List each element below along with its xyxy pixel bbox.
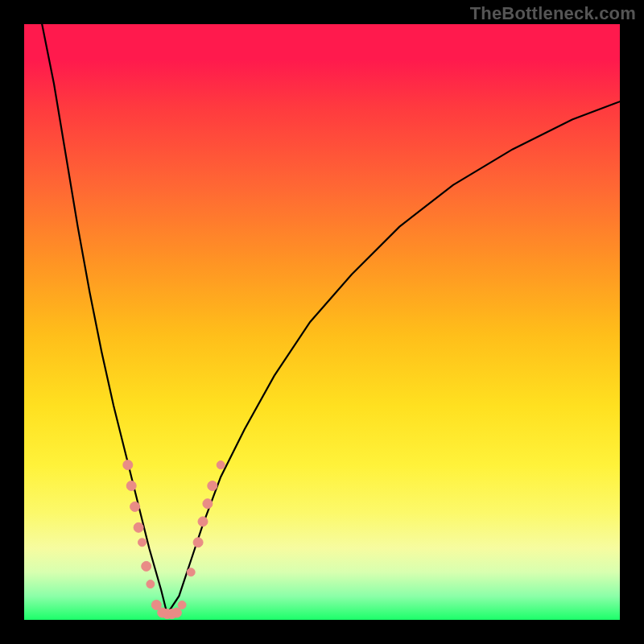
- right-curve: [167, 101, 620, 613]
- data-marker: [193, 538, 203, 547]
- data-marker: [208, 481, 217, 491]
- data-marker: [178, 601, 186, 609]
- watermark-text: TheBottleneck.com: [470, 3, 636, 24]
- chart-frame: TheBottleneck.com: [0, 0, 644, 644]
- data-marker: [126, 481, 136, 491]
- data-marker: [217, 461, 225, 469]
- data-marker: [171, 608, 181, 617]
- data-marker: [187, 568, 195, 576]
- data-marker: [198, 517, 208, 526]
- data-marker: [142, 561, 151, 571]
- data-markers: [123, 460, 225, 619]
- plot-area: [24, 24, 620, 620]
- curve-svg: [24, 24, 620, 620]
- data-marker: [130, 502, 140, 511]
- data-marker: [203, 499, 213, 509]
- left-curve: [42, 24, 167, 614]
- data-marker: [123, 460, 133, 470]
- data-marker: [138, 539, 147, 547]
- data-marker: [147, 580, 155, 588]
- data-marker: [134, 522, 143, 532]
